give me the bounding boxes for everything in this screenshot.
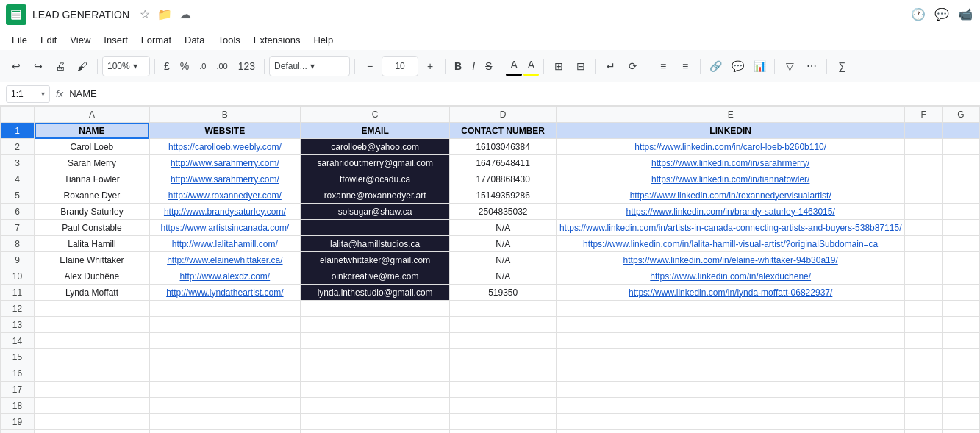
menu-data[interactable]: Data	[179, 32, 210, 49]
cell-e16[interactable]	[556, 365, 905, 382]
cell-f2[interactable]	[905, 139, 942, 155]
cell-g7[interactable]	[942, 220, 979, 236]
cell-d13[interactable]	[450, 317, 557, 333]
cell-f6[interactable]	[905, 204, 942, 220]
cell-c9[interactable]: elainetwhittaker@gmail.com	[300, 252, 450, 268]
cell-e6[interactable]: https://www.linkedin.com/in/brandy-satur…	[556, 204, 905, 220]
col-header-e[interactable]: E	[556, 107, 905, 123]
row-header-17[interactable]: 17	[1, 382, 35, 398]
cell-d8[interactable]: N/A	[450, 236, 557, 252]
formula-content[interactable]: NAME	[69, 88, 974, 99]
cell-g18[interactable]	[942, 398, 979, 414]
cell-b2[interactable]: https://carolloeb.weebly.com/	[149, 139, 300, 155]
cell-g11[interactable]	[942, 285, 979, 301]
cell-b1[interactable]: WEBSITE	[149, 123, 300, 139]
cell-e14[interactable]	[556, 333, 905, 349]
cell-a11[interactable]: Lynda Moffatt	[35, 285, 150, 301]
cell-b13[interactable]	[149, 317, 300, 333]
cell-c10[interactable]: oinkcreative@me.com	[300, 268, 450, 285]
cell-d14[interactable]	[450, 333, 557, 349]
cell-b18[interactable]	[149, 398, 300, 414]
wrap-button[interactable]: ↵	[601, 56, 621, 76]
col-header-a[interactable]: A	[35, 107, 150, 123]
cell-c2[interactable]: carolloeb@yahoo.com	[300, 139, 450, 155]
italic-button[interactable]: I	[468, 56, 479, 76]
cell-f12[interactable]	[905, 301, 942, 317]
cell-g4[interactable]	[942, 171, 979, 187]
cell-b10[interactable]: http://www.alexdz.com/	[149, 268, 300, 285]
cell-a10[interactable]: Alex Duchêne	[35, 268, 150, 285]
cell-f20[interactable]	[905, 430, 942, 434]
row-header-4[interactable]: 4	[1, 171, 35, 187]
more-options-button[interactable]: ⋯	[801, 56, 822, 76]
undo-button[interactable]: ↩	[6, 56, 26, 76]
row-header-10[interactable]: 10	[1, 268, 35, 285]
row-header-11[interactable]: 11	[1, 285, 35, 301]
row-header-18[interactable]: 18	[1, 398, 35, 414]
cell-c18[interactable]	[300, 398, 450, 414]
cell-b16[interactable]	[149, 365, 300, 382]
cell-a15[interactable]	[35, 349, 150, 365]
col-header-g[interactable]: G	[942, 107, 979, 123]
cell-a12[interactable]	[35, 301, 150, 317]
cell-g9[interactable]	[942, 252, 979, 268]
cell-e4[interactable]: https://www.linkedin.com/in/tiannafowler…	[556, 171, 905, 187]
cell-c14[interactable]	[300, 333, 450, 349]
cell-g15[interactable]	[942, 349, 979, 365]
h-align-button[interactable]: ≡	[653, 56, 673, 76]
cell-e20[interactable]	[556, 430, 905, 434]
cell-f10[interactable]	[905, 268, 942, 285]
cell-c1[interactable]: EMAIL	[300, 123, 450, 139]
menu-file[interactable]: File	[6, 32, 33, 49]
cell-f4[interactable]	[905, 171, 942, 187]
cloud-icon[interactable]: ☁	[178, 6, 193, 23]
cell-a17[interactable]	[35, 382, 150, 398]
cell-a9[interactable]: Elaine Whittaker	[35, 252, 150, 268]
cell-a1[interactable]: NAME	[35, 123, 150, 139]
cell-a3[interactable]: Sarah Merry	[35, 155, 150, 171]
cell-c20[interactable]	[300, 430, 450, 434]
cell-a13[interactable]	[35, 317, 150, 333]
cell-e19[interactable]	[556, 414, 905, 430]
comment-icon[interactable]: 💬	[933, 6, 951, 23]
folder-icon[interactable]: 📁	[156, 6, 174, 23]
cell-b20[interactable]	[149, 430, 300, 434]
cell-b19[interactable]	[149, 414, 300, 430]
cell-f16[interactable]	[905, 365, 942, 382]
cell-e12[interactable]	[556, 301, 905, 317]
cell-c4[interactable]: tfowler@ocadu.ca	[300, 171, 450, 187]
row-header-15[interactable]: 15	[1, 349, 35, 365]
star-icon[interactable]: ☆	[138, 6, 151, 23]
function-button[interactable]: ∑	[831, 56, 852, 76]
cell-g1[interactable]	[942, 123, 979, 139]
row-header-1[interactable]: 1	[1, 123, 35, 139]
cell-c11[interactable]: lynda.inthestudio@gmail.com	[300, 285, 450, 301]
cell-f5[interactable]	[905, 187, 942, 204]
row-header-3[interactable]: 3	[1, 155, 35, 171]
cell-b11[interactable]: http://www.lyndatheartist.com/	[149, 285, 300, 301]
cell-g17[interactable]	[942, 382, 979, 398]
v-align-button[interactable]: ≡	[675, 56, 695, 76]
cell-d5[interactable]: 15149359286	[450, 187, 557, 204]
cell-d10[interactable]: N/A	[450, 268, 557, 285]
col-header-b[interactable]: B	[149, 107, 300, 123]
cell-b6[interactable]: http://www.brandysaturley.com/	[149, 204, 300, 220]
spreadsheet-container[interactable]: A B C D E F G 1 NAME WEBSITE EMAIL CONTA…	[0, 106, 980, 433]
cell-a20[interactable]	[35, 430, 150, 434]
col-header-c[interactable]: C	[300, 107, 450, 123]
col-header-f[interactable]: F	[905, 107, 942, 123]
cell-c17[interactable]	[300, 382, 450, 398]
menu-edit[interactable]: Edit	[35, 32, 62, 49]
cell-d2[interactable]: 16103046384	[450, 139, 557, 155]
cell-f15[interactable]	[905, 349, 942, 365]
cell-c6[interactable]: solsugar@shaw.ca	[300, 204, 450, 220]
cell-e10[interactable]: https://www.linkedin.com/in/alexduchene/	[556, 268, 905, 285]
row-header-2[interactable]: 2	[1, 139, 35, 155]
font-size-select[interactable]: 10	[382, 56, 418, 76]
zoom-select[interactable]: 100% ▾	[102, 56, 150, 76]
font-family-select[interactable]: Defaul... ▾	[269, 56, 350, 76]
cell-f7[interactable]	[905, 220, 942, 236]
percent-button[interactable]: %	[176, 56, 193, 76]
cell-e5[interactable]: https://www.linkedin.com/in/roxannedyerv…	[556, 187, 905, 204]
cell-f8[interactable]	[905, 236, 942, 252]
